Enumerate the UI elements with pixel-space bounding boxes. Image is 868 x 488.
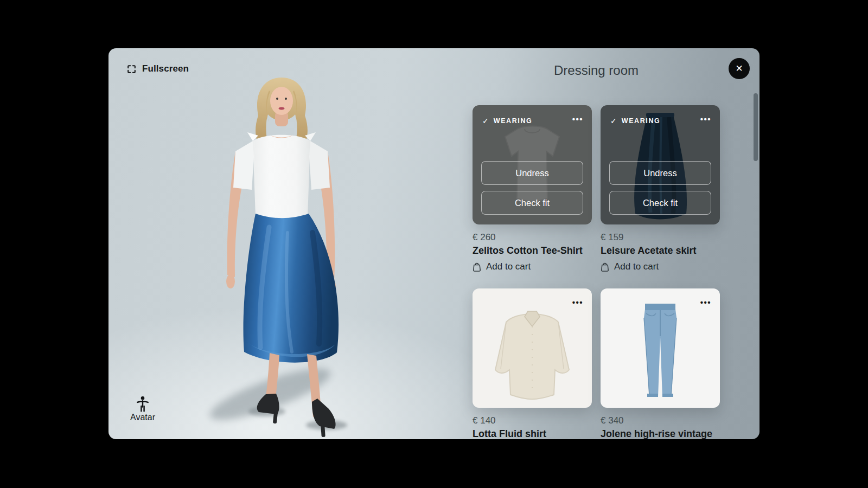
avatar-chip[interactable]: Avatar (125, 396, 161, 422)
shopping-bag-icon (473, 262, 481, 272)
kebab-menu-icon: ••• (700, 115, 711, 123)
product-price: € 260 (473, 232, 592, 243)
product-card: ✓ WEARING ••• Undress Check fit € 159 Le… (601, 105, 720, 288)
product-caption: € 140 Lotta Fluid shirt (473, 408, 592, 439)
check-icon: ✓ (610, 117, 617, 125)
wearing-badge: ✓ WEARING (610, 117, 660, 125)
fullscreen-button[interactable]: Fullscreen (126, 62, 189, 75)
product-price: € 340 (601, 415, 720, 426)
wearing-badge: ✓ WEARING (482, 117, 532, 125)
card-menu-button[interactable]: ••• (697, 296, 714, 309)
product-card: ••• € 340 Jolene high-rise vintage slim … (601, 288, 720, 439)
product-caption: € 159 Leisure Acetate skirt Add to cart (601, 224, 720, 272)
check-fit-button[interactable]: Check fit (609, 191, 711, 215)
close-button[interactable]: ✕ (729, 58, 750, 79)
product-image-cream-shirt: ••• (473, 288, 592, 408)
person-icon (136, 396, 150, 411)
product-image-navy-satin-skirt: ✓ WEARING ••• Undress Check fit (601, 105, 720, 224)
product-image-blue-jeans: ••• (601, 288, 720, 408)
dressing-room-modal: Fullscreen (108, 48, 760, 439)
panel-title: Dressing room (473, 63, 720, 78)
check-icon: ✓ (482, 117, 489, 125)
product-caption: € 340 Jolene high-rise vintage slim jean… (601, 408, 720, 439)
close-icon: ✕ (735, 64, 743, 73)
add-to-cart-button[interactable]: Add to cart (473, 261, 531, 272)
product-name: Jolene high-rise vintage slim jeans (601, 427, 720, 439)
shopping-bag-icon (601, 262, 609, 272)
fullscreen-label: Fullscreen (142, 63, 189, 74)
wearing-label: WEARING (494, 117, 533, 125)
kebab-menu-icon: ••• (700, 298, 711, 306)
kebab-menu-icon: ••• (572, 298, 583, 306)
add-to-cart-button[interactable]: Add to cart (601, 261, 659, 272)
kebab-menu-icon: ••• (572, 115, 583, 123)
product-price: € 159 (601, 232, 720, 243)
undress-button[interactable]: Undress (481, 161, 583, 185)
add-to-cart-label: Add to cart (614, 261, 659, 272)
avatar-chip-label: Avatar (130, 413, 155, 422)
card-menu-button[interactable]: ••• (697, 113, 714, 125)
wearing-label: WEARING (622, 117, 661, 125)
undress-button[interactable]: Undress (609, 161, 711, 185)
product-name: Zelitos Cotton Tee-Shirt (473, 244, 592, 258)
fullscreen-icon (126, 64, 137, 74)
product-image-white-tee: ✓ WEARING ••• Undress Check fit (473, 105, 592, 224)
product-card: ••• € 140 Lotta Fluid shirt (473, 288, 592, 439)
product-price: € 140 (473, 415, 592, 426)
avatar-model (201, 70, 363, 439)
product-name: Leisure Acetate skirt (601, 244, 720, 258)
add-to-cart-label: Add to cart (486, 261, 531, 272)
card-menu-button[interactable]: ••• (569, 113, 586, 125)
product-card: ✓ WEARING ••• Undress Check fit € 260 Ze… (473, 105, 592, 288)
product-name: Lotta Fluid shirt (473, 427, 592, 439)
check-fit-button[interactable]: Check fit (481, 191, 583, 215)
card-menu-button[interactable]: ••• (569, 296, 586, 309)
product-grid: ✓ WEARING ••• Undress Check fit € 260 Ze… (473, 105, 720, 439)
scrollbar-thumb[interactable] (754, 93, 758, 161)
product-caption: € 260 Zelitos Cotton Tee-Shirt Add to ca… (473, 224, 592, 272)
